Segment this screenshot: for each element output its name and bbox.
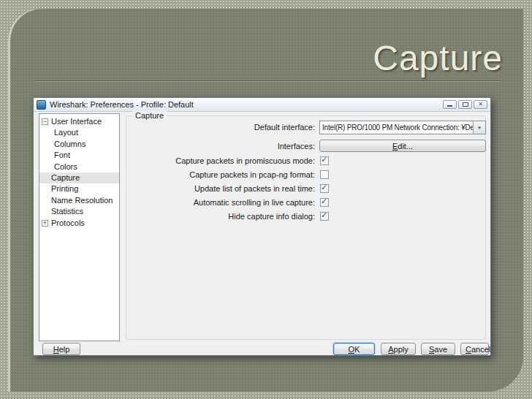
check-icon: ✓ (321, 210, 327, 219)
dialog-titlebar[interactable]: Wireshark: Preferences - Profile: Defaul… (34, 98, 490, 112)
hide-capture-info-checkbox[interactable]: ✓ (320, 212, 329, 221)
pcapng-format-row: Capture packets in pcap-ng format: (34, 170, 492, 181)
wireshark-icon (37, 100, 46, 110)
chevron-down-icon: ▼ (477, 126, 482, 130)
capture-groupbox-label: Capture (132, 111, 167, 120)
combobox-value: Intel(R) PRO/1000 PM Network Connection:… (320, 121, 473, 134)
minimize-button[interactable] (443, 100, 457, 109)
save-button[interactable]: Save (421, 343, 455, 355)
auto-scrolling-checkbox[interactable]: ✓ (320, 198, 329, 207)
realtime-update-label: Update list of packets in real time: (129, 184, 315, 194)
promiscuous-mode-label: Capture packets in promiscuous mode: (129, 156, 315, 166)
realtime-update-checkbox[interactable]: ✓ (320, 184, 329, 193)
hide-capture-info-label: Hide capture info dialog: (129, 212, 315, 221)
wireshark-preferences-dialog: Wireshark: Preferences - Profile: Defaul… (33, 97, 491, 356)
close-button[interactable]: ✕ (474, 100, 487, 109)
pcapng-format-label: Capture packets in pcap-ng format: (129, 170, 315, 180)
default-interface-label: Default interface: (129, 123, 315, 132)
minimize-icon (447, 105, 452, 107)
title-underline-rule (34, 80, 501, 81)
auto-scrolling-row: Automatic scrolling in live capture: ✓ (34, 198, 492, 209)
promiscuous-mode-checkbox[interactable]: ✓ (320, 156, 329, 165)
close-icon: ✕ (478, 102, 483, 107)
combobox-dropdown-button[interactable]: ▼ (473, 121, 485, 134)
maximize-icon (463, 102, 468, 107)
default-interface-combobox[interactable]: Intel(R) PRO/1000 PM Network Connection:… (319, 121, 486, 134)
pcapng-format-checkbox[interactable] (320, 170, 329, 179)
ok-button[interactable]: OK (333, 343, 375, 355)
hide-capture-info-row: Hide capture info dialog: ✓ (34, 212, 492, 223)
realtime-update-row: Update list of packets in real time: ✓ (34, 184, 492, 195)
window-controls: ✕ (443, 100, 487, 109)
promiscuous-mode-row: Capture packets in promiscuous mode: ✓ (34, 156, 492, 167)
edit-interfaces-button[interactable]: Edit... (319, 140, 486, 152)
cancel-button[interactable]: Cancel (460, 343, 489, 355)
check-icon: ✓ (321, 183, 327, 191)
slide-title: Capture (373, 38, 503, 78)
dialog-title: Wireshark: Preferences - Profile: Defaul… (50, 100, 194, 109)
interfaces-label: Interfaces: (129, 142, 315, 151)
auto-scrolling-label: Automatic scrolling in live capture: (129, 198, 315, 208)
apply-button[interactable]: Apply (381, 343, 416, 355)
check-icon: ✓ (321, 155, 327, 164)
check-icon: ✓ (321, 197, 327, 205)
maximize-button[interactable] (458, 100, 472, 109)
help-button[interactable]: Help (42, 343, 80, 355)
